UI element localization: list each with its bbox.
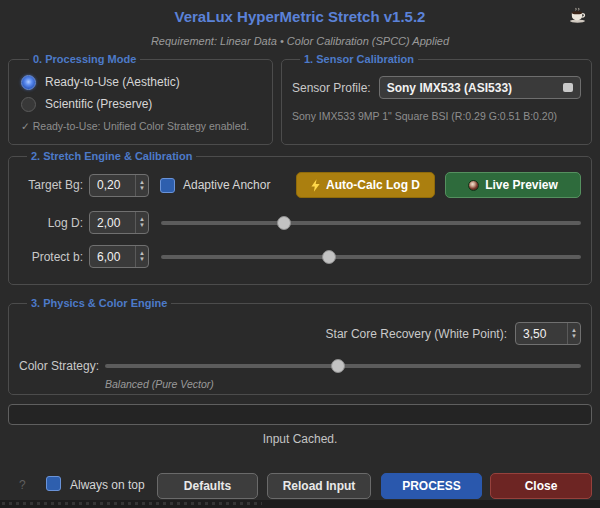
help-button[interactable]: ? — [19, 478, 26, 492]
adaptive-anchor-label: Adaptive Anchor — [183, 178, 270, 192]
always-on-top-checkbox[interactable] — [46, 476, 61, 491]
protect-b-slider-thumb[interactable] — [322, 250, 336, 264]
spin-down-icon[interactable]: ▼ — [139, 186, 145, 191]
color-strategy-slider-thumb[interactable] — [331, 359, 345, 373]
lightning-icon — [311, 179, 320, 192]
section-sensor-calibration: 1. Sensor Calibration Sensor Profile: So… — [281, 53, 592, 145]
target-bg-input[interactable] — [90, 175, 135, 196]
sensor-profile-info: Sony IMX533 9MP 1" Square BSI (R:0.29 G:… — [292, 110, 581, 122]
log-d-label: Log D: — [19, 216, 83, 230]
spin-down-icon[interactable]: ▼ — [571, 334, 577, 339]
color-strategy-caption: Balanced (Pure Vector) — [105, 378, 581, 390]
protect-b-label: Protect b: — [19, 250, 83, 264]
section-physics-color-engine-legend: 3. Physics & Color Engine — [27, 297, 171, 309]
page-title: VeraLux HyperMetric Stretch v1.5.2 — [0, 8, 600, 25]
log-d-spinner[interactable]: ▲▼ — [135, 212, 148, 233]
adaptive-anchor-checkbox[interactable] — [160, 178, 175, 193]
target-bg-spinner[interactable]: ▲▼ — [135, 175, 148, 196]
log-d-input[interactable] — [90, 212, 135, 233]
progress-bar — [8, 404, 592, 425]
obscured-text-smudge — [2, 502, 262, 505]
target-bg-label: Target Bg: — [19, 178, 83, 192]
scientific-label: Scientific (Preserve) — [45, 97, 152, 111]
auto-calc-log-d-button[interactable]: Auto-Calc Log D — [296, 172, 435, 198]
log-d-slider-track[interactable] — [161, 221, 581, 225]
section-sensor-calibration-legend: 1. Sensor Calibration — [300, 53, 418, 65]
section-stretch-engine-legend: 2. Stretch Engine & Calibration — [27, 150, 196, 162]
reload-input-button[interactable]: Reload Input — [267, 473, 371, 499]
sensor-profile-value: Sony IMX533 (ASI533) — [387, 81, 512, 95]
dropdown-indicator-icon — [563, 83, 573, 92]
requirement-subtitle: Requirement: Linear Data • Color Calibra… — [0, 35, 600, 47]
spin-up-icon[interactable]: ▲ — [139, 180, 145, 185]
color-strategy-label: Color Strategy: — [19, 359, 105, 373]
live-preview-label: Live Preview — [485, 178, 558, 192]
scientific-option[interactable]: Scientific (Preserve) — [21, 96, 260, 112]
spin-down-icon[interactable]: ▼ — [139, 257, 145, 262]
protect-b-spinner[interactable]: ▲▼ — [135, 246, 148, 267]
section-stretch-engine: 2. Stretch Engine & Calibration Target B… — [8, 150, 592, 285]
auto-calc-log-d-label: Auto-Calc Log D — [326, 178, 420, 192]
spin-down-icon[interactable]: ▼ — [139, 223, 145, 228]
defaults-button[interactable]: Defaults — [157, 473, 258, 499]
radio-unselected-icon[interactable] — [21, 97, 36, 112]
close-button[interactable]: Close — [490, 473, 592, 499]
obscured-background-text — [0, 500, 600, 508]
protect-b-input[interactable] — [90, 246, 135, 267]
star-core-recovery-label: Star Core Recovery (White Point): — [326, 327, 507, 341]
sensor-profile-dropdown[interactable]: Sony IMX533 (ASI533) — [379, 76, 581, 99]
status-message: Input Cached. — [0, 432, 600, 446]
star-core-recovery-input[interactable] — [516, 323, 567, 344]
protect-b-slider-track[interactable] — [161, 255, 581, 259]
ready-to-use-label: Ready-to-Use (Aesthetic) — [45, 75, 180, 89]
section-processing-mode: 0. Processing Mode Ready-to-Use (Aesthet… — [8, 53, 273, 145]
log-d-slider-thumb[interactable] — [277, 216, 291, 230]
eye-icon — [468, 180, 479, 191]
log-d-spinbox[interactable]: ▲▼ — [89, 211, 149, 234]
star-core-spinner[interactable]: ▲▼ — [567, 323, 580, 344]
section-processing-mode-legend: 0. Processing Mode — [29, 53, 140, 65]
protect-b-slider[interactable] — [161, 249, 581, 265]
processing-mode-note: ✓ Ready-to-Use: Unified Color Strategy e… — [21, 120, 260, 132]
ready-to-use-option[interactable]: Ready-to-Use (Aesthetic) — [21, 74, 260, 90]
section-physics-color-engine: 3. Physics & Color Engine Star Core Reco… — [8, 297, 592, 395]
coffee-cup-icon[interactable] — [568, 7, 587, 27]
protect-b-spinbox[interactable]: ▲▼ — [89, 245, 149, 268]
process-button[interactable]: PROCESS — [381, 473, 482, 499]
target-bg-spinbox[interactable]: ▲▼ — [89, 174, 149, 197]
sensor-profile-label: Sensor Profile: — [292, 81, 371, 95]
color-strategy-slider[interactable] — [105, 358, 581, 374]
live-preview-button[interactable]: Live Preview — [445, 172, 581, 198]
always-on-top-label: Always on top — [70, 478, 145, 492]
radio-selected-icon[interactable] — [21, 75, 36, 90]
star-core-recovery-spinbox[interactable]: ▲▼ — [515, 322, 581, 345]
log-d-slider[interactable] — [161, 215, 581, 231]
footer-bar: ? Always on top Defaults Reload Input PR… — [0, 471, 600, 499]
